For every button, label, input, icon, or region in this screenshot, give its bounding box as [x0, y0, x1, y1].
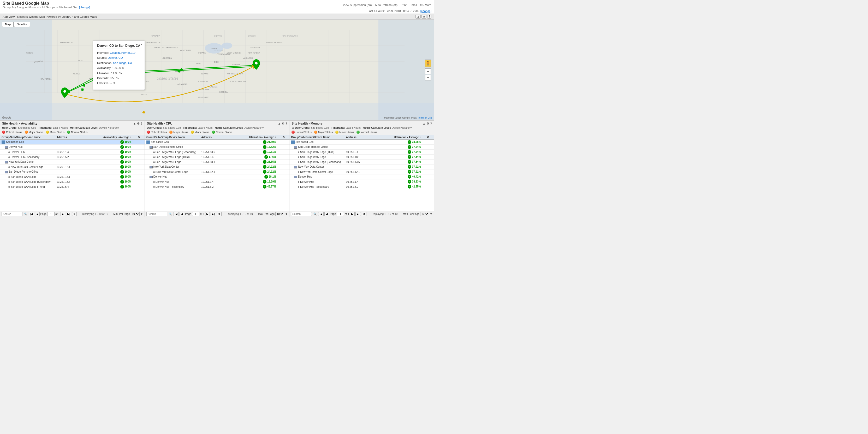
last-page-btn[interactable]: ▶| — [211, 212, 216, 216]
row-action — [133, 165, 144, 170]
help-btn-availability[interactable]: ? — [141, 122, 143, 125]
help-button[interactable]: ? — [427, 15, 431, 19]
next-page-btn[interactable]: ▶ — [205, 212, 210, 216]
table-row: San Diego Remote Office ✓ 37.64% — [289, 145, 434, 150]
max-per-select[interactable]: 10 25 50 — [275, 212, 284, 216]
svg-text:NEBRASKA: NEBRASKA — [162, 57, 172, 59]
print-button[interactable]: Print — [401, 3, 407, 6]
svg-text:SOUTH CAROLINA: SOUTH CAROLINA — [230, 81, 246, 83]
panel-title-memory: Site Health - Memory ▲ ⚙ ? — [291, 122, 432, 125]
refresh-btn[interactable]: ↺ — [72, 212, 77, 216]
refresh-btn[interactable]: ↺ — [217, 212, 222, 216]
map-tab-satellite[interactable]: Satellite — [14, 22, 30, 27]
check-icon: ✓ — [263, 140, 267, 144]
settings-btn-memory[interactable]: ⚙ — [427, 122, 429, 125]
collapse-btn-memory[interactable]: ▲ — [423, 122, 425, 125]
display-info: Displaying 1 - 10 of 10 — [223, 212, 256, 215]
critical-status: Critical Status — [2, 131, 22, 134]
map-tab-map[interactable]: Map — [2, 22, 13, 27]
time-range-label: Last 4 Hours: Feb 9, 2018 08:34 - 12:34 — [368, 9, 418, 12]
row-addr — [344, 145, 376, 150]
popup-close[interactable]: × — [141, 42, 143, 47]
row-value: 100% — [125, 185, 131, 188]
map-svg: OREGON CALIFORNIA NEVADA ARIZONA UTAH CO… — [0, 20, 434, 120]
col-addr-header: Address — [199, 135, 231, 140]
last-page-btn[interactable]: ▶| — [355, 212, 361, 216]
check-icon: ✓ — [263, 160, 267, 164]
row-action — [423, 165, 434, 170]
max-per-select[interactable]: 10 25 50 — [131, 212, 140, 216]
settings-button[interactable]: ⚙ — [422, 15, 427, 19]
table-container-availability: Group/Sub-Group/Device Name Address Avai… — [0, 135, 145, 211]
time-change-link[interactable]: [change] — [421, 9, 431, 12]
view-suppression[interactable]: View Suppression (on) — [343, 3, 372, 6]
more-button[interactable]: ≡ 5 More — [420, 3, 431, 6]
terms-of-use-link[interactable]: Terms of Use — [418, 116, 432, 119]
max-per-dropdown-icon[interactable]: ▼ — [430, 212, 432, 215]
row-val: ✓ 24.92% — [231, 165, 278, 170]
panel-footer-memory: 🔍 |◀ ◀ Page of 1 ▶ ▶| ↺ Displaying 1 - 1… — [289, 211, 434, 217]
col-val-header[interactable]: Utilization - Average ↕ — [376, 135, 423, 140]
popup-dest-link[interactable]: San Diego, CA — [113, 61, 132, 64]
first-page-btn[interactable]: |◀ — [174, 212, 179, 216]
collapse-btn-availability[interactable]: ▲ — [133, 122, 136, 125]
email-button[interactable]: Email — [410, 3, 417, 6]
settings-btn-cpu[interactable]: ⚙ — [282, 122, 284, 125]
first-page-btn[interactable]: |◀ — [318, 212, 323, 216]
search-input-memory[interactable] — [291, 212, 312, 216]
next-page-btn[interactable]: ▶ — [61, 212, 65, 216]
max-per-dropdown-icon[interactable]: ▼ — [141, 212, 143, 215]
row-name: Denver Hub — [0, 145, 55, 150]
col-val-header[interactable]: Availability - Average ↕ — [87, 135, 133, 140]
max-per-dropdown-icon[interactable]: ▼ — [285, 212, 288, 215]
collapse-btn-cpu[interactable]: ▲ — [278, 122, 281, 125]
first-page-btn[interactable]: |◀ — [29, 212, 34, 216]
panel-title-availability: Site Health - Availability ▲ ⚙ ? — [2, 122, 143, 125]
change-group-link[interactable]: [change] — [79, 6, 90, 9]
search-input-cpu[interactable] — [146, 212, 167, 216]
page-input[interactable] — [47, 212, 55, 216]
normal-icon — [212, 131, 215, 134]
row-action — [133, 160, 144, 165]
settings-btn-availability[interactable]: ⚙ — [137, 122, 140, 125]
popup-interface-link[interactable]: GigabitEthernet0/19 — [110, 51, 135, 54]
pegman-icon[interactable]: 🧍 — [425, 60, 431, 67]
minor-status: Minor Status — [46, 131, 64, 134]
device-dot — [298, 151, 299, 153]
search-input-availability[interactable] — [2, 212, 23, 216]
table-header-row: Group/Sub-Group/Device Name Address Avai… — [0, 135, 145, 140]
svg-text:WASHINGTON: WASHINGTON — [60, 41, 72, 44]
prev-page-btn[interactable]: ◀ — [35, 212, 40, 216]
row-val: ✓ 100% — [87, 165, 133, 170]
row-action — [133, 150, 144, 154]
group-icon — [2, 141, 5, 144]
refresh-btn[interactable]: ↺ — [362, 212, 366, 216]
site-icon — [294, 166, 297, 168]
help-btn-memory[interactable]: ? — [430, 122, 432, 125]
popup-source-link[interactable]: Denver, CO — [108, 56, 123, 59]
table-row: Denver Hub ✓ 40.42% — [289, 174, 434, 179]
check-icon: ✓ — [408, 180, 411, 183]
row-addr — [344, 140, 376, 145]
row-value: 25.65% — [267, 160, 276, 163]
next-page-btn[interactable]: ▶ — [350, 212, 355, 216]
max-per-select[interactable]: 10 25 50 — [420, 212, 429, 216]
check-icon: ✓ — [265, 155, 268, 159]
col-addr-header: Address — [344, 135, 376, 140]
zoom-in-button[interactable]: + — [425, 68, 431, 74]
row-addr: 10.251.18.1 — [55, 174, 87, 179]
prev-page-btn[interactable]: ◀ — [180, 212, 184, 216]
prev-page-btn[interactable]: ◀ — [324, 212, 329, 216]
row-val: ✓ 25.65% — [231, 160, 278, 165]
page-input[interactable] — [192, 212, 199, 216]
svg-text:UTAH: UTAH — [78, 60, 83, 62]
auto-refresh[interactable]: Auto Refresh (off) — [375, 3, 398, 6]
collapse-button[interactable]: ▲ — [415, 15, 421, 19]
help-btn-cpu[interactable]: ? — [285, 122, 287, 125]
col-val-header[interactable]: Utilization - Average ↕ — [231, 135, 278, 140]
check-icon: ✓ — [408, 155, 411, 159]
page-nav-cpu: |◀ ◀ Page of 1 ▶ ▶| ↺ — [174, 212, 222, 216]
page-input[interactable] — [337, 212, 344, 216]
zoom-out-button[interactable]: − — [425, 75, 431, 81]
last-page-btn[interactable]: ▶| — [66, 212, 71, 216]
